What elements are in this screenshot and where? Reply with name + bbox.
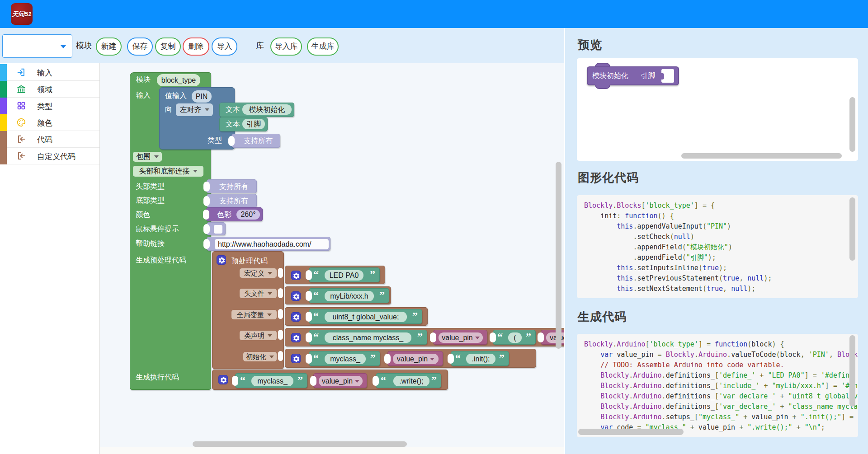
type-check-block[interactable]: 支持所有 bbox=[231, 134, 280, 148]
open-quote-icon: “ bbox=[240, 374, 245, 385]
pre-code-row-dropdown[interactable]: 全局变量 bbox=[231, 310, 277, 319]
sidebar-item-label: 输入 bbox=[37, 68, 52, 78]
generate-library-button[interactable]: 生成库 bbox=[307, 37, 339, 56]
quote-field[interactable]: LED PA0 bbox=[325, 270, 363, 281]
dropdown-value: 头文件 bbox=[244, 290, 264, 297]
code-vertical-scrollbar[interactable] bbox=[849, 335, 855, 407]
gear-icon[interactable] bbox=[291, 312, 301, 322]
value-socket[interactable] bbox=[661, 69, 674, 83]
pre-code-row-dropdown[interactable]: 初始化 bbox=[243, 352, 277, 361]
pre-code-row-dropdown[interactable]: 类声明 bbox=[240, 331, 277, 340]
open-quote-icon: “ bbox=[455, 352, 461, 363]
sidebar-item-colour[interactable]: 颜色 bbox=[0, 114, 99, 131]
category-color-bar bbox=[0, 98, 7, 114]
value-pin-dropdown[interactable]: value_pin bbox=[546, 332, 564, 343]
value-pin-dropdown[interactable]: value_pin bbox=[393, 354, 439, 364]
dropdown-value: 头部和底部连接 bbox=[139, 167, 190, 175]
import-button[interactable]: 导入 bbox=[212, 37, 237, 56]
gear-icon[interactable] bbox=[291, 354, 301, 363]
quote-block[interactable]: “ class_name myclass_ ” bbox=[309, 330, 427, 345]
copy-button[interactable]: 复制 bbox=[155, 37, 181, 56]
chevron-down-icon bbox=[268, 272, 272, 275]
align-dropdown[interactable]: 左对齐 bbox=[176, 103, 213, 116]
module-select[interactable] bbox=[2, 34, 72, 58]
quote-field[interactable]: myclass_ bbox=[325, 354, 366, 364]
sidebar-item-custom-code[interactable]: 自定义代码 bbox=[0, 148, 99, 164]
block-type-field[interactable]: block_type bbox=[157, 74, 200, 86]
block-bottom-bump bbox=[595, 84, 610, 89]
gear-icon[interactable] bbox=[217, 255, 226, 265]
sidebar-item-code[interactable]: 代码 bbox=[0, 131, 99, 148]
bank-icon bbox=[16, 84, 26, 94]
field-text-value[interactable]: 模块初始化 bbox=[242, 104, 292, 115]
help-url-field[interactable]: http://www.haohaodada.com/ bbox=[215, 239, 329, 249]
quote-field[interactable]: uint8_t global_value; bbox=[325, 312, 407, 322]
graphical-code-heading: 图形化代码 bbox=[578, 170, 639, 186]
quote-block[interactable]: “ .write(); ” bbox=[376, 373, 441, 388]
quote-block[interactable]: “ ( ” bbox=[493, 330, 536, 345]
quote-block[interactable]: “ .init(); ” bbox=[451, 351, 509, 366]
bottom-type-block[interactable]: 支持所有 bbox=[207, 194, 257, 208]
value-pin-dropdown[interactable]: value_pin bbox=[439, 332, 483, 343]
gear-icon[interactable] bbox=[291, 271, 301, 280]
delete-button[interactable]: 删除 bbox=[183, 37, 209, 56]
sidebar-item-input[interactable]: 输入 bbox=[0, 64, 99, 81]
colour-hue-block[interactable]: 色彩 260° bbox=[206, 207, 263, 221]
pre-code-row-dropdown[interactable]: 头文件 bbox=[240, 289, 277, 298]
dropdown-value: 全局变量 bbox=[237, 311, 264, 318]
quote-block[interactable]: “ LED PA0 ” bbox=[309, 267, 380, 282]
quote-field[interactable]: ( bbox=[508, 332, 522, 343]
gear-icon[interactable] bbox=[291, 333, 301, 342]
chevron-down-icon bbox=[269, 356, 274, 358]
value-pin-block[interactable]: value_pin bbox=[387, 351, 443, 366]
help-url-block[interactable]: http://www.haohaodada.com/ bbox=[207, 237, 330, 251]
top-navbar: 天问51 bbox=[0, 0, 868, 28]
pre-code-row-dropdown[interactable]: 宏定义 bbox=[240, 268, 277, 278]
palette-icon bbox=[16, 117, 26, 127]
horizontal-scrollbar[interactable] bbox=[193, 441, 407, 447]
sidebar-item-label: 类型 bbox=[37, 101, 52, 112]
tooltip-text-block[interactable] bbox=[207, 222, 226, 235]
quote-field[interactable]: myclass_ bbox=[251, 376, 293, 386]
sidebar-item-domain[interactable]: 领域 bbox=[0, 81, 99, 98]
import-library-button[interactable]: 导入库 bbox=[270, 37, 302, 56]
blockly-workspace[interactable]: 模块 block_type 输入 值输入 PIN 向 左对齐 文本 模块初始化 … bbox=[100, 63, 564, 454]
quote-block[interactable]: “ myclass_ ” bbox=[235, 373, 307, 388]
hue-field[interactable]: 260° bbox=[236, 210, 260, 220]
quote-block[interactable]: “ myclass_ ” bbox=[309, 351, 380, 366]
connections-dropdown[interactable]: 头部和底部连接 bbox=[133, 166, 203, 177]
value-pin-block[interactable]: value_pin bbox=[313, 373, 367, 388]
preview-horizontal-scrollbar[interactable] bbox=[681, 153, 842, 159]
gear-icon[interactable] bbox=[291, 291, 301, 301]
quote-block[interactable]: “ uint8_t global_value; ” bbox=[309, 309, 422, 324]
new-button[interactable]: 新建 bbox=[96, 37, 122, 56]
code-vertical-scrollbar[interactable] bbox=[849, 197, 855, 261]
vertical-scrollbar[interactable] bbox=[556, 162, 561, 349]
preview-vertical-scrollbar[interactable] bbox=[849, 97, 855, 152]
save-button[interactable]: 保存 bbox=[127, 37, 153, 56]
close-quote-icon: ” bbox=[370, 352, 376, 363]
tooltip-field[interactable] bbox=[214, 225, 222, 234]
open-quote-icon: “ bbox=[313, 310, 319, 321]
quote-field[interactable]: .init(); bbox=[466, 354, 495, 364]
quote-field[interactable]: myLib/xxx.h bbox=[325, 291, 374, 301]
quote-block[interactable]: “ myLib/xxx.h ” bbox=[309, 288, 389, 303]
gear-icon[interactable] bbox=[218, 375, 228, 384]
open-quote-icon: “ bbox=[497, 331, 503, 342]
close-quote-icon: ” bbox=[417, 331, 423, 342]
app-logo[interactable]: 天问51 bbox=[11, 3, 33, 25]
value-pin-block[interactable]: value_pin bbox=[433, 330, 487, 345]
field-text-value[interactable]: 引脚 bbox=[242, 119, 265, 129]
code-horizontal-scrollbar[interactable] bbox=[578, 429, 684, 435]
input-name-field[interactable]: PIN bbox=[192, 90, 212, 103]
sidebar-item-type[interactable]: 类型 bbox=[0, 98, 99, 114]
close-quote-icon: ” bbox=[297, 374, 303, 385]
wrap-dropdown[interactable]: 包围 bbox=[133, 152, 162, 162]
dropdown-value: 左对齐 bbox=[180, 106, 202, 113]
value-pin-dropdown[interactable]: value_pin bbox=[319, 376, 363, 386]
top-type-block[interactable]: 支持所有 bbox=[207, 179, 257, 193]
colour-label: 颜色 bbox=[136, 210, 150, 220]
quote-field[interactable]: .write(); bbox=[393, 376, 429, 386]
quote-field[interactable]: class_name myclass_ bbox=[325, 332, 411, 343]
preview-block-label: 引脚 bbox=[641, 71, 655, 81]
